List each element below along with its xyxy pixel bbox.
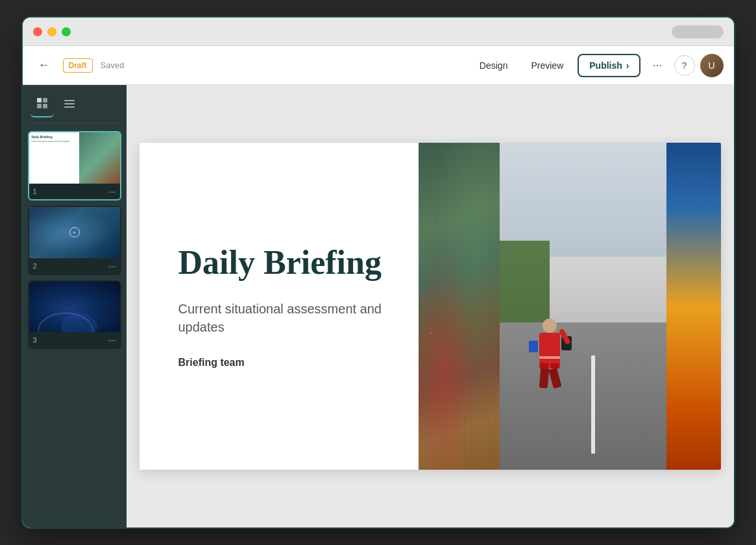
slide-thumbnail-2[interactable]: + 2 ··· xyxy=(28,206,121,275)
draft-badge: Draft xyxy=(63,58,93,73)
slide-content-right xyxy=(419,143,721,470)
titlebar-pill xyxy=(672,25,724,38)
svg-rect-0 xyxy=(37,98,42,103)
traffic-lights xyxy=(33,27,71,36)
sidebar-icons xyxy=(28,93,121,123)
list-view-button[interactable] xyxy=(58,93,81,117)
svg-rect-1 xyxy=(43,98,47,103)
slide-number-1: 1 xyxy=(33,188,37,195)
titlebar xyxy=(23,18,734,46)
toolbar: ← Draft Saved Design Preview Publish › ·… xyxy=(23,46,734,85)
slide-thumbnail-3[interactable]: 3 ··· xyxy=(28,280,121,350)
avatar[interactable]: U xyxy=(700,54,724,77)
main-area: Daily Briefing Current situational asses… xyxy=(23,85,734,527)
slide-more-3[interactable]: ··· xyxy=(108,335,116,345)
more-button[interactable]: ··· xyxy=(646,53,668,77)
slide-number-3: 3 xyxy=(33,336,37,344)
publish-arrow-icon: › xyxy=(626,60,629,71)
slide-thumbnail-1[interactable]: Daily Briefing Current situational asses… xyxy=(28,131,121,200)
aerial-image xyxy=(419,143,500,470)
app-window: ← Draft Saved Design Preview Publish › ·… xyxy=(21,16,735,529)
slide-author: Briefing team xyxy=(178,357,386,369)
publish-button[interactable]: Publish › xyxy=(578,54,640,77)
help-button[interactable]: ? xyxy=(674,55,695,76)
slides-view-button[interactable] xyxy=(30,93,54,117)
svg-rect-2 xyxy=(37,104,42,108)
svg-rect-4 xyxy=(64,100,75,101)
design-button[interactable]: Design xyxy=(470,55,517,76)
paramedic-image xyxy=(500,143,666,470)
publish-label: Publish xyxy=(589,60,622,71)
thumb1-title: Daily Briefing xyxy=(32,135,77,139)
slide-more-2[interactable]: ··· xyxy=(108,261,116,271)
color-strip xyxy=(666,143,721,470)
maximize-button[interactable] xyxy=(62,27,71,36)
preview-button[interactable]: Preview xyxy=(522,55,572,76)
slide-more-1[interactable]: ··· xyxy=(108,186,116,197)
back-button[interactable]: ← xyxy=(33,54,55,76)
svg-rect-5 xyxy=(64,103,75,104)
svg-rect-3 xyxy=(43,104,47,108)
canvas-area: Daily Briefing Current situational asses… xyxy=(127,85,734,527)
slide-content-left: Daily Briefing Current situational asses… xyxy=(140,143,419,470)
svg-rect-6 xyxy=(64,106,75,108)
slide-canvas[interactable]: Daily Briefing Current situational asses… xyxy=(140,143,721,470)
minimize-button[interactable] xyxy=(47,27,56,36)
slide-subtitle: Current situational assessment and updat… xyxy=(178,300,386,336)
thumb1-sub: Current situational assessment and updat… xyxy=(32,140,77,143)
slide-title: Daily Briefing xyxy=(178,244,386,281)
sidebar: Daily Briefing Current situational asses… xyxy=(23,85,127,527)
slide-number-2: 2 xyxy=(33,262,37,270)
toolbar-nav: Design Preview Publish › ··· ? U xyxy=(470,53,724,77)
saved-label: Saved xyxy=(101,60,125,70)
close-button[interactable] xyxy=(33,27,42,36)
